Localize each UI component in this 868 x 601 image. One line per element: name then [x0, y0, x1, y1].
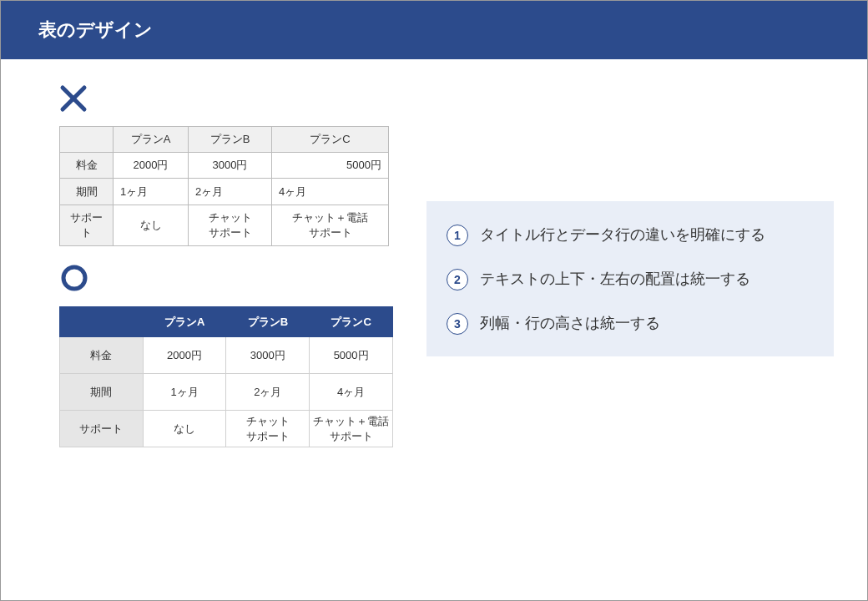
page-header: 表のデザイン: [1, 1, 867, 59]
row-header: 料金: [60, 153, 114, 179]
table-cell: 4ヶ月: [272, 179, 389, 205]
cross-icon: [59, 84, 401, 116]
table-header: プランA: [114, 127, 189, 153]
table-cell: 3000円: [189, 153, 272, 179]
tip-item: 3 列幅・行の高さは統一する: [447, 311, 812, 336]
circle-icon: [59, 263, 401, 296]
good-table: プランA プランB プランC 料金 2000円 3000円 5000円 期間 1…: [59, 306, 393, 447]
good-example-section: プランA プランB プランC 料金 2000円 3000円 5000円 期間 1…: [34, 263, 401, 447]
table-cell: なし: [114, 205, 189, 246]
content-area: プランA プランB プランC 料金 2000円 3000円 5000円 期間 1…: [1, 59, 867, 464]
tip-text: タイトル行とデータ行の違いを明確にする: [480, 223, 765, 247]
table-cell: 5000円: [272, 153, 389, 179]
table-cell: チャット サポート: [226, 411, 310, 447]
table-cell: 1ヶ月: [143, 374, 226, 411]
tip-text: 列幅・行の高さは統一する: [480, 311, 660, 336]
table-header: プランC: [272, 127, 389, 153]
bad-example-section: プランA プランB プランC 料金 2000円 3000円 5000円 期間 1…: [34, 84, 401, 246]
table-cell: チャット＋電話 サポート: [272, 205, 389, 246]
examples-column: プランA プランB プランC 料金 2000円 3000円 5000円 期間 1…: [34, 84, 401, 464]
bad-table: プランA プランB プランC 料金 2000円 3000円 5000円 期間 1…: [59, 126, 389, 246]
table-cell: 2ヶ月: [189, 179, 272, 205]
row-header: 期間: [60, 374, 144, 411]
tips-column: 1 タイトル行とデータ行の違いを明確にする 2 テキストの上下・左右の配置は統一…: [426, 84, 834, 464]
tip-number-badge: 1: [447, 225, 468, 246]
table-cell: 3000円: [226, 337, 310, 374]
tip-item: 2 テキストの上下・左右の配置は統一する: [447, 267, 812, 291]
row-header: サポート: [60, 411, 144, 447]
table-cell: なし: [143, 411, 226, 447]
tip-text: テキストの上下・左右の配置は統一する: [480, 267, 750, 291]
table-cell: 2000円: [114, 153, 189, 179]
table-header: プランB: [226, 307, 310, 337]
table-cell: チャット サポート: [189, 205, 272, 246]
table-header: プランC: [310, 307, 393, 337]
table-cell: チャット＋電話 サポート: [310, 411, 393, 447]
tip-item: 1 タイトル行とデータ行の違いを明確にする: [447, 223, 812, 247]
row-header: サポート: [60, 205, 114, 246]
tip-number-badge: 3: [447, 313, 468, 335]
table-cell: 2000円: [143, 337, 226, 374]
table-header: プランA: [143, 307, 226, 337]
page-title: 表のデザイン: [38, 19, 153, 40]
svg-point-2: [63, 267, 85, 289]
row-header: 料金: [60, 337, 144, 374]
table-header: [60, 307, 144, 337]
table-header: [60, 127, 114, 153]
tip-number-badge: 2: [447, 269, 468, 290]
table-cell: 2ヶ月: [226, 374, 310, 411]
table-header: プランB: [189, 127, 272, 153]
table-cell: 5000円: [310, 337, 393, 374]
tips-panel: 1 タイトル行とデータ行の違いを明確にする 2 テキストの上下・左右の配置は統一…: [426, 201, 834, 356]
table-cell: 4ヶ月: [310, 374, 393, 411]
row-header: 期間: [60, 179, 114, 205]
table-cell: 1ヶ月: [114, 179, 189, 205]
